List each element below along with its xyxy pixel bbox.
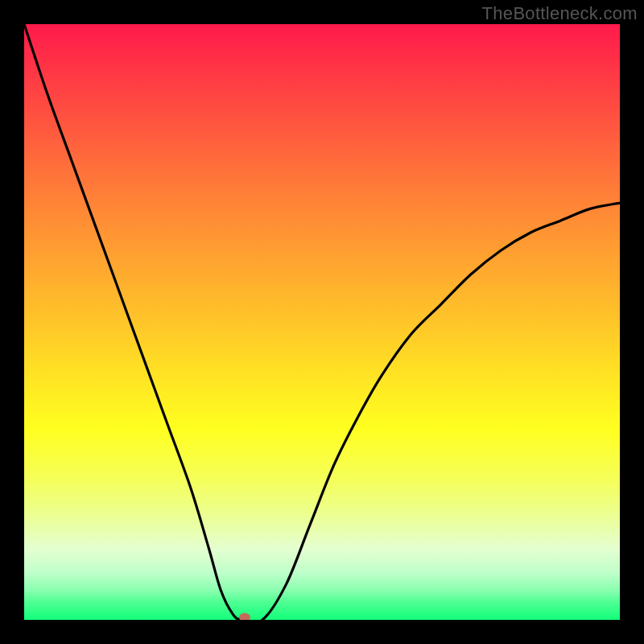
plot-area bbox=[24, 24, 620, 620]
watermark-text: TheBottleneck.com bbox=[482, 3, 638, 24]
optimal-point-marker bbox=[239, 613, 250, 621]
bottleneck-curve bbox=[24, 24, 620, 620]
